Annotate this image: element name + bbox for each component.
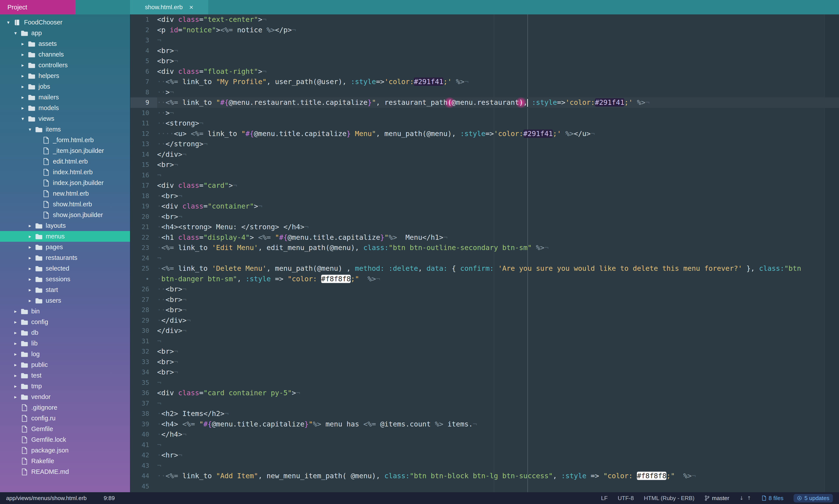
chevron-right-icon[interactable]: ▸ [19, 41, 27, 47]
code-line-33[interactable]: 33<br>¬ [130, 357, 839, 367]
tree-item-models[interactable]: ▸models [0, 103, 130, 113]
line-number[interactable]: 25 [130, 263, 157, 274]
chevron-right-icon[interactable]: ▸ [26, 234, 34, 239]
chevron-right-icon[interactable]: ▸ [26, 223, 34, 229]
tree-item-Rakefile[interactable]: Rakefile [0, 456, 130, 466]
tree-item-config[interactable]: ▸config [0, 317, 130, 327]
tree-item-helpers[interactable]: ▸helpers [0, 71, 130, 81]
code-line-15[interactable]: 15<br>¬ [130, 160, 839, 170]
code-line-44[interactable]: 44··<%= link_to "Add Item", new_menu_ite… [130, 471, 839, 481]
tree-item-_item.json.jbuilder[interactable]: _item.json.jbuilder [0, 145, 130, 156]
chevron-right-icon[interactable]: ▸ [12, 362, 19, 367]
line-number[interactable]: 10 [130, 108, 157, 118]
chevron-right-icon[interactable]: ▸ [19, 62, 27, 68]
tree-item-Gemfile[interactable]: Gemfile [0, 424, 130, 434]
line-number[interactable]: 11 [130, 118, 157, 129]
code-line-34[interactable]: 34<br>¬ [130, 367, 839, 378]
line-number[interactable]: 43 [130, 461, 157, 471]
line-number[interactable]: 15 [130, 160, 157, 170]
line-number[interactable]: 30 [130, 326, 157, 336]
line-number[interactable]: 14 [130, 149, 157, 160]
tree-item-items[interactable]: ▾items [0, 124, 130, 135]
tree-item-_form.html.erb[interactable]: _form.html.erb [0, 135, 130, 145]
tree-item-tmp[interactable]: ▸tmp [0, 381, 130, 392]
tree-item-layouts[interactable]: ▸layouts [0, 220, 130, 231]
code-line-43[interactable]: 43¬ [130, 461, 839, 471]
tree-item-show.html.erb[interactable]: show.html.erb [0, 199, 130, 210]
line-number[interactable]: 18 [130, 191, 157, 201]
status-file-path[interactable]: app/views/menus/show.html.erb [6, 495, 87, 502]
code-line-20[interactable]: 20·<br>¬ [130, 212, 839, 222]
tree-item-assets[interactable]: ▸assets [0, 38, 130, 49]
code-line-36[interactable]: 36<div class="card container py-5">¬ [130, 388, 839, 398]
line-number[interactable]: 16 [130, 170, 157, 181]
code-line-21[interactable]: 21·<h4><strong> Menu: </strong> </h4>¬ [130, 222, 839, 232]
tree-item-restaurants[interactable]: ▸restaurants [0, 252, 130, 263]
chevron-right-icon[interactable]: ▸ [19, 84, 27, 89]
chevron-right-icon[interactable]: ▸ [12, 383, 19, 389]
tree-item-lib[interactable]: ▸lib [0, 338, 130, 349]
tree-item-mailers[interactable]: ▸mailers [0, 92, 130, 103]
line-number[interactable]: 20 [130, 212, 157, 222]
line-number[interactable]: 28 [130, 305, 157, 315]
code-line-1[interactable]: 1<div class="text-center">¬ [130, 14, 839, 25]
chevron-right-icon[interactable]: ▸ [19, 52, 27, 57]
line-number[interactable]: 41 [130, 440, 157, 450]
line-number[interactable]: 1 [130, 14, 157, 25]
line-number[interactable]: 38 [130, 409, 157, 419]
close-icon[interactable]: × [189, 4, 193, 11]
code-line-8[interactable]: 8··>¬ [130, 87, 839, 97]
line-number[interactable]: 6 [130, 66, 157, 77]
line-number[interactable]: 44 [130, 471, 157, 481]
tree-item-package.json[interactable]: package.json [0, 445, 130, 456]
line-number[interactable]: 45 [130, 481, 157, 492]
line-number[interactable]: 2 [130, 25, 157, 35]
tree-item-bin[interactable]: ▸bin [0, 306, 130, 317]
tree-item-index.html.erb[interactable]: index.html.erb [0, 167, 130, 178]
status-line-ending[interactable]: LF [601, 495, 608, 502]
line-number[interactable]: 27 [130, 294, 157, 305]
code-line-29[interactable]: 29·</div>¬ [130, 315, 839, 326]
tree-item-edit.html.erb[interactable]: edit.html.erb [0, 156, 130, 167]
code-line-10[interactable]: 10··>¬ [130, 108, 839, 118]
chevron-right-icon[interactable]: ▸ [12, 319, 19, 325]
line-number[interactable]: 37 [130, 398, 157, 409]
line-number[interactable]: 34 [130, 367, 157, 378]
line-number[interactable]: 42 [130, 450, 157, 461]
chevron-right-icon[interactable]: ▸ [26, 244, 34, 250]
chevron-down-icon[interactable]: ▾ [4, 20, 12, 25]
line-number[interactable]: 19 [130, 201, 157, 212]
line-number[interactable]: 33 [130, 357, 157, 367]
tree-item-new.html.erb[interactable]: new.html.erb [0, 188, 130, 199]
code-line-7[interactable]: 7··<%= link_to "My Profile", user_path(@… [130, 77, 839, 87]
tree-item-users[interactable]: ▸users [0, 295, 130, 306]
code-line-39[interactable]: 39·<h4> <%= "#{@menu.title.capitalize}"%… [130, 419, 839, 430]
code-line-23[interactable]: 23·<%= link_to 'Edit Menu', edit_menu_pa… [130, 242, 839, 253]
tree-item-pages[interactable]: ▸pages [0, 242, 130, 252]
chevron-down-icon[interactable]: ▾ [19, 116, 27, 121]
status-cursor-position[interactable]: 9:89 [104, 495, 115, 502]
code-line-38[interactable]: 38·<h2> Items</h2>¬ [130, 409, 839, 419]
status-git-branch[interactable]: master [705, 495, 729, 502]
line-number[interactable]: 5 [130, 56, 157, 66]
code-line-24[interactable]: 24¬ [130, 253, 839, 264]
chevron-right-icon[interactable]: ▸ [26, 287, 34, 293]
tree-item-controllers[interactable]: ▸controllers [0, 60, 130, 71]
status-grammar[interactable]: HTML (Ruby - ERB) [644, 495, 695, 502]
code-line-19[interactable]: 19·<div class="container">¬ [130, 201, 839, 212]
code-line-18[interactable]: 18·<br>¬ [130, 191, 839, 201]
tree-item-FoodChooser[interactable]: ▾FoodChooser [0, 17, 130, 28]
code-line-4[interactable]: 4<br>¬ [130, 46, 839, 56]
chevron-right-icon[interactable]: ▸ [12, 341, 19, 346]
git-sync-arrows-icon[interactable]: ↓ ↑ [739, 495, 752, 501]
code-line-41[interactable]: 41¬ [130, 440, 839, 450]
code-line-11[interactable]: 11··<strong>¬ [130, 118, 839, 129]
code-line-3[interactable]: 3¬ [130, 35, 839, 46]
line-number[interactable]: 8 [130, 87, 157, 97]
code-line-2[interactable]: 2<p id="notice"><%= notice %></p>¬ [130, 25, 839, 35]
tree-item-channels[interactable]: ▸channels [0, 49, 130, 60]
line-number[interactable]: 7 [130, 77, 157, 87]
tree-item-README.md[interactable]: README.md [0, 466, 130, 477]
line-number[interactable]: 13 [130, 139, 157, 149]
tree-item-start[interactable]: ▸start [0, 285, 130, 295]
